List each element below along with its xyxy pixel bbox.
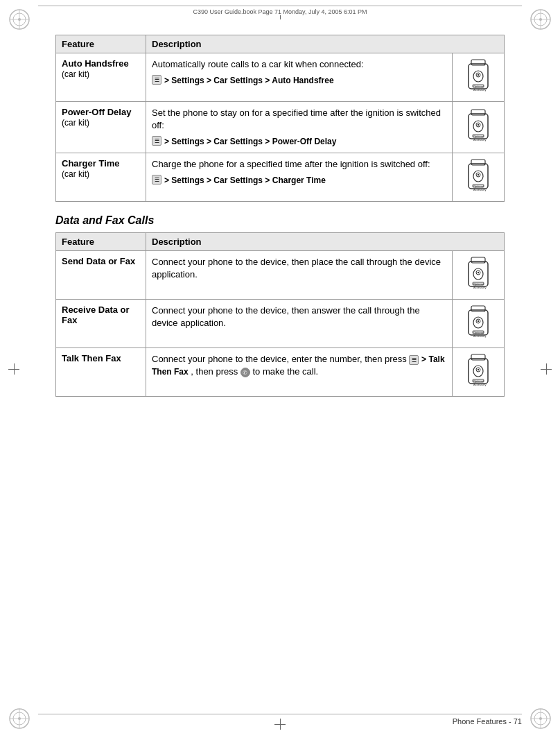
menu-icon: ☰ (409, 355, 419, 365)
feature-label: Auto Handsfree (62, 58, 129, 69)
table2-col2-header: Description (146, 233, 505, 251)
desc-prefix: Connect your phone to the device, enter … (152, 354, 407, 364)
feature-cell: Charger Time (car kit) (56, 153, 146, 202)
table1-col2-header: Description (146, 35, 505, 53)
svg-point-9 (539, 18, 542, 21)
svg-rect-21 (471, 60, 485, 65)
description-cell: Connect your phone to the device, then p… (146, 251, 453, 300)
svg-point-14 (18, 717, 21, 720)
page-footer: Phone Features - 71 (38, 714, 522, 726)
table2-col1-header: Feature (56, 233, 146, 251)
menu-path-row: ☰ > Settings > Car Settings > Power-Off … (152, 136, 446, 148)
svg-point-4 (18, 18, 21, 21)
svg-point-54 (473, 317, 483, 328)
svg-text:Accessory: Accessory (473, 188, 486, 191)
call-icon: ✆ (240, 368, 250, 377)
feature-sublabel: (car kit) (62, 169, 89, 179)
svg-point-40 (478, 174, 479, 175)
page-header: C390 User Guide.book Page 71 Monday, Jul… (38, 6, 522, 18)
svg-point-62 (473, 366, 483, 377)
svg-point-32 (478, 124, 479, 126)
feature-cell: Talk Then Fax (56, 348, 146, 397)
table-row: Receive Data or Fax Connect your phone t… (56, 300, 505, 348)
accessory-icon-cell: Optional Accessory (453, 348, 505, 397)
data-fax-table: Feature Description Send Data or Fax Con… (55, 232, 505, 397)
accessory-icon-cell: Optional Accessory (453, 300, 505, 348)
main-content: Feature Description Auto Handsfree (car … (55, 35, 505, 703)
table-row: Power-Off Delay (car kit) Set the phone … (56, 102, 505, 153)
svg-text:Accessory: Accessory (473, 138, 486, 141)
menu-path-row: ☰ > Settings > Car Settings > Auto Hands… (152, 75, 446, 87)
svg-point-22 (473, 71, 483, 82)
optional-accessory-icon: Optional Accessory (458, 304, 498, 341)
corner-decoration-tr (528, 7, 553, 32)
description-cell: Connect your phone to the device, enter … (146, 348, 453, 397)
feature-label: Send Data or Fax (62, 256, 135, 266)
svg-point-46 (473, 268, 483, 280)
table-row: Talk Then Fax Connect your phone to the … (56, 348, 505, 397)
desc-suffix: , then press (191, 366, 238, 377)
table-row: Send Data or Fax Connect your phone to t… (56, 251, 505, 300)
feature-cell: Power-Off Delay (car kit) (56, 102, 146, 153)
optional-accessory-icon: Optional Accessory (458, 108, 498, 144)
menu-path-text: > Settings > Car Settings > Charger Time (164, 175, 326, 187)
corner-decoration-br (528, 706, 553, 731)
svg-point-24 (478, 74, 479, 76)
svg-text:Accessory: Accessory (473, 88, 486, 92)
svg-text:Accessory: Accessory (473, 383, 486, 386)
svg-point-30 (473, 121, 483, 132)
feature-cell: Auto Handsfree (car kit) (56, 53, 146, 102)
desc-end: to make the call. (253, 366, 319, 377)
optional-accessory-icon: Optional Accessory (458, 256, 498, 292)
svg-text:Accessory: Accessory (473, 286, 486, 289)
corner-decoration-bl (7, 706, 32, 731)
accessory-icon-cell: Optional Accessory (453, 53, 505, 102)
table1-col1-header: Feature (56, 35, 146, 53)
crosshair-left (8, 363, 19, 375)
svg-point-38 (473, 171, 483, 182)
optional-accessory-icon: Optional Accessory (458, 58, 498, 94)
feature-label: Power-Off Delay (62, 107, 131, 117)
crosshair-right (541, 363, 552, 375)
description-cell: Charge the phone for a specified time af… (146, 153, 453, 202)
menu-path-text: > Settings > Car Settings > Power-Off De… (164, 136, 336, 148)
svg-rect-45 (471, 257, 485, 263)
table-row: Auto Handsfree (car kit) Automatically r… (56, 53, 505, 102)
accessory-icon-cell: Optional Accessory (453, 153, 505, 202)
accessory-icon-cell: Optional Accessory (453, 102, 505, 153)
svg-rect-53 (471, 306, 485, 311)
corner-decoration-tl (7, 7, 32, 32)
section-heading: Data and Fax Calls (55, 214, 505, 227)
svg-point-48 (478, 272, 479, 273)
menu-icon: ☰ (152, 136, 161, 146)
optional-accessory-icon: Optional Accessory (458, 353, 498, 389)
accessory-icon-cell: Optional Accessory (453, 251, 505, 300)
car-kit-table: Feature Description Auto Handsfree (car … (55, 35, 505, 202)
optional-accessory-icon: Optional Accessory (458, 158, 498, 194)
svg-rect-61 (471, 354, 485, 360)
desc-text: Automatically route calls to a car kit w… (152, 59, 364, 69)
menu-icon: ☰ (152, 175, 161, 184)
description-cell: Automatically route calls to a car kit w… (146, 53, 453, 102)
svg-point-64 (478, 369, 479, 370)
feature-sublabel: (car kit) (62, 118, 89, 128)
svg-rect-37 (471, 160, 485, 165)
description-cell: Connect your phone to the device, then a… (146, 300, 453, 348)
svg-point-19 (539, 717, 542, 720)
svg-point-56 (478, 320, 479, 322)
feature-label: Receive Data or Fax (62, 304, 130, 325)
description-cell: Set the phone to stay on for a specified… (146, 102, 453, 153)
menu-icon: ☰ (152, 75, 161, 85)
feature-cell: Send Data or Fax (56, 251, 146, 300)
desc-text: Charge the phone for a specified time af… (152, 159, 430, 169)
feature-label: Charger Time (62, 158, 120, 169)
desc-text: Connect your phone to the device, then p… (152, 257, 441, 280)
page-header-text: C390 User Guide.book Page 71 Monday, Jul… (189, 8, 371, 15)
menu-path-row: ☰ > Settings > Car Settings > Charger Ti… (152, 175, 446, 187)
desc-text: Connect your phone to the device, then a… (152, 305, 420, 328)
svg-text:Accessory: Accessory (473, 334, 486, 338)
table-row: Charger Time (car kit) Charge the phone … (56, 153, 505, 202)
desc-text: Set the phone to stay on for a specified… (152, 108, 441, 130)
menu-path-text: > Settings > Car Settings > Auto Handsfr… (164, 75, 334, 87)
feature-label: Talk Then Fax (62, 353, 121, 363)
